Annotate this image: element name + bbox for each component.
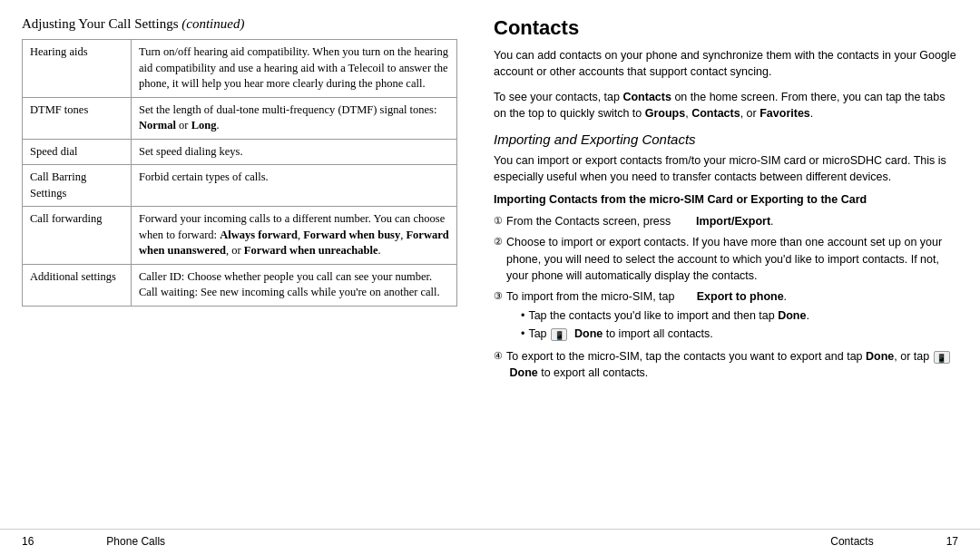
table-row: Speed dial Set speed dialing keys. xyxy=(23,139,457,165)
importing-body: You can import or export contacts from/t… xyxy=(494,152,958,185)
row-desc-speed-dial: Set speed dialing keys. xyxy=(132,139,457,165)
step-2: ② Choose to import or export contacts. I… xyxy=(494,234,958,283)
page-num-right: 17 xyxy=(946,535,958,548)
sub-heading: Importing Contacts from the micro-SIM Ca… xyxy=(494,192,958,209)
section-title-continued: (continued) xyxy=(181,16,244,31)
bullet-1: • Tap the contacts you'd like to import … xyxy=(521,307,958,324)
row-desc-additional: Caller ID: Choose whether people you cal… xyxy=(132,264,457,306)
footer-label-left: Phone Calls xyxy=(106,535,165,548)
step-1-text: From the Contacts screen, press Import/E… xyxy=(506,213,958,229)
contacts-para1: You can add contacts on your phone and s… xyxy=(494,47,958,80)
footer-left: 16 Phone Calls xyxy=(22,535,165,548)
footer-label-right: Contacts xyxy=(830,535,873,548)
step-4: ④ To export to the micro-SIM, tap the co… xyxy=(494,348,958,381)
table-row: DTMF tones Set the length of dual-tone m… xyxy=(23,97,457,139)
table-row: Additional settings Caller ID: Choose wh… xyxy=(23,264,457,306)
step-4-text: To export to the micro-SIM, tap the cont… xyxy=(506,348,958,381)
row-desc-dtmf: Set the length of dual-tone multi-freque… xyxy=(132,97,457,139)
table-row: Call forwarding Forward your incoming ca… xyxy=(23,207,457,265)
row-label-speed-dial: Speed dial xyxy=(23,139,132,165)
row-desc-call-barring: Forbid certain types of calls. xyxy=(132,165,457,207)
section-title-text: Adjusting Your Call Settings xyxy=(22,16,179,31)
footer-right: Contacts 17 xyxy=(830,535,958,548)
row-label-call-barring: Call Barring Settings xyxy=(23,165,132,207)
left-column: Adjusting Your Call Settings (continued)… xyxy=(22,16,457,520)
contacts-title: Contacts xyxy=(494,16,958,40)
bullet-2: • Tap 📱 Done to import all contacts. xyxy=(521,326,958,342)
step-3-bullets: • Tap the contacts you'd like to import … xyxy=(521,307,958,342)
step-4-num: ④ xyxy=(494,349,503,364)
row-label-hearing-aids: Hearing aids xyxy=(23,40,132,98)
step-3: ③ To import from the micro-SIM, tap Expo… xyxy=(494,288,958,344)
importing-title: Importing and Exporting Contacts xyxy=(494,131,958,147)
step-1-num: ① xyxy=(494,214,503,229)
row-desc-call-forwarding: Forward your incoming calls to a differe… xyxy=(132,207,457,265)
bullet-1-text: Tap the contacts you'd like to import an… xyxy=(528,307,809,324)
steps-list: ① From the Contacts screen, press Import… xyxy=(494,213,958,381)
row-label-call-forwarding: Call forwarding xyxy=(23,207,132,265)
call-settings-table: Hearing aids Turn on/off hearing aid com… xyxy=(22,39,457,307)
table-row: Call Barring Settings Forbid certain typ… xyxy=(23,165,457,207)
row-label-additional: Additional settings xyxy=(23,264,132,306)
right-column: Contacts You can add contacts on your ph… xyxy=(485,16,958,520)
step-3-text: To import from the micro-SIM, tap Export… xyxy=(506,288,958,344)
contacts-para2: To see your contacts, tap Contacts on th… xyxy=(494,89,958,122)
section-title: Adjusting Your Call Settings (continued) xyxy=(22,16,457,32)
icon-done-2: 📱 xyxy=(934,351,950,364)
page-num-left: 16 xyxy=(22,535,34,548)
step-2-num: ② xyxy=(494,235,503,249)
step-1: ① From the Contacts screen, press Import… xyxy=(494,213,958,229)
step-2-text: Choose to import or export contacts. If … xyxy=(506,234,958,283)
row-desc-hearing-aids: Turn on/off hearing aid compatibility. W… xyxy=(132,40,457,98)
table-row: Hearing aids Turn on/off hearing aid com… xyxy=(23,40,457,98)
icon-done: 📱 xyxy=(551,328,567,341)
bullet-2-text: Tap 📱 Done to import all contacts. xyxy=(528,326,712,342)
footer: 16 Phone Calls Contacts 17 xyxy=(0,529,980,555)
step-3-num: ③ xyxy=(494,289,503,304)
row-label-dtmf: DTMF tones xyxy=(23,97,132,139)
